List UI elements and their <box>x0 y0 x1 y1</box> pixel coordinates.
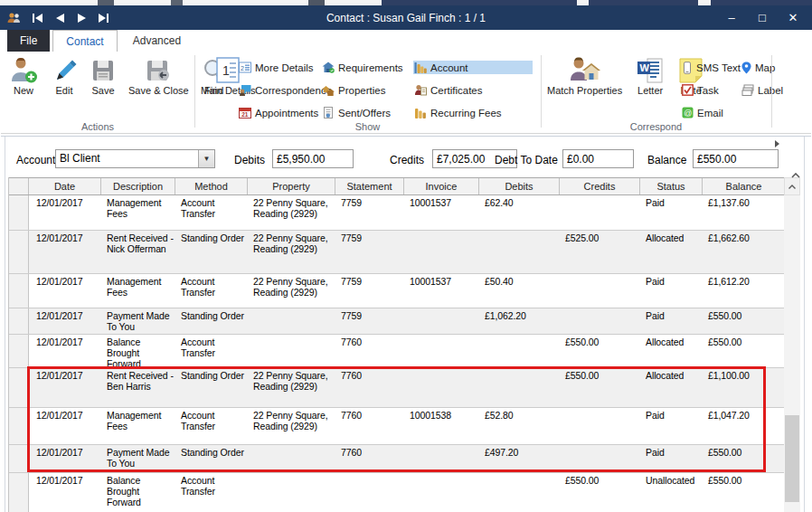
show-item-certificates[interactable]: Certificates <box>413 83 533 97</box>
cell-credits <box>560 308 640 334</box>
show-item-label: Appointments <box>255 108 318 119</box>
contact-window: Contact : Susan Gail Finch : 1 / 1 – □ ✕… <box>0 0 812 512</box>
show-item-label: Certificates <box>430 85 483 96</box>
save-close-button-label: Save & Close <box>128 85 189 97</box>
scrollbar-thumb[interactable] <box>785 415 799 502</box>
cell-date: 12/01/2017 <box>29 368 101 407</box>
row-selector[interactable] <box>9 368 29 407</box>
edit-button[interactable]: Edit <box>48 54 80 98</box>
cell-debits: £50.40 <box>479 274 560 308</box>
debt-to-date-label: Debt To Date <box>495 154 558 166</box>
cell-invoice <box>404 473 479 512</box>
close-button[interactable]: ✕ <box>778 5 808 30</box>
tab-file[interactable]: File <box>7 30 50 52</box>
task-button[interactable]: Task <box>681 83 744 97</box>
show-item-account[interactable]: Account <box>413 61 533 74</box>
column-header-credits[interactable]: Credits <box>560 178 640 194</box>
column-header-description[interactable]: Description <box>101 178 175 194</box>
row-selector[interactable] <box>9 445 29 472</box>
letter-button[interactable]: W Letter <box>634 54 666 98</box>
cell-credits: £525.00 <box>560 231 640 273</box>
column-header-method[interactable]: Method <box>175 178 248 194</box>
show-item-sent-offers[interactable]: Sent/Offers <box>321 106 413 119</box>
previous-record-button[interactable] <box>52 11 68 25</box>
table-row[interactable]: 12/01/2017Management FeesAccount Transfe… <box>9 408 784 445</box>
window-title: Contact : Susan Gail Finch : 1 / 1 <box>0 12 812 24</box>
show-item-label: Sent/Offers <box>338 108 391 119</box>
column-header-debits[interactable]: Debits <box>479 178 560 194</box>
cell-method: Standing Order <box>175 308 248 334</box>
table-row[interactable]: 12/01/2017Balance Brought ForwardAccount… <box>9 335 784 368</box>
table-row[interactable]: 12/01/2017Management FeesAccount Transfe… <box>9 274 784 308</box>
save-button[interactable]: Save <box>88 54 118 98</box>
show-item-recurring-fees[interactable]: Recurring Fees <box>413 106 533 119</box>
word-letter-icon: W <box>637 55 664 85</box>
debits-field[interactable] <box>272 149 354 168</box>
cell-statement: 7760 <box>335 368 404 407</box>
new-button[interactable]: New <box>6 54 41 98</box>
column-header-status[interactable]: Status <box>640 178 703 194</box>
show-item-correspondence[interactable]: Correspondence <box>238 83 321 97</box>
cell-description: Balance Brought Forward <box>101 473 175 512</box>
svg-text:21: 21 <box>241 111 249 118</box>
balance-field[interactable] <box>693 149 779 168</box>
panel-border <box>804 137 805 512</box>
minimize-button[interactable]: – <box>716 5 747 30</box>
table-row[interactable]: 12/01/2017Rent Received - Nick OffermanS… <box>9 231 784 274</box>
vertical-scrollbar[interactable] <box>784 177 800 512</box>
cell-invoice <box>404 231 479 273</box>
column-header-date[interactable]: Date <box>29 178 101 194</box>
collapse-ribbon-button[interactable] <box>786 167 806 183</box>
match-properties-button[interactable]: Match Properties <box>544 54 625 98</box>
ribbon-overflow-arrow[interactable] <box>775 140 779 147</box>
account-icon <box>414 62 427 73</box>
cell-description: Management Fees <box>101 274 175 308</box>
column-header-statement[interactable]: Statement <box>335 178 404 194</box>
cell-property <box>248 445 335 472</box>
row-selector[interactable] <box>9 195 29 230</box>
cell-balance: £1,047.20 <box>703 408 784 444</box>
table-row[interactable]: 12/01/2017Balance Brought ForwardAccount… <box>9 473 784 512</box>
row-selector[interactable] <box>9 335 29 367</box>
label-button[interactable]: Label <box>741 83 787 97</box>
grid-header: DateDescriptionMethodPropertyStatementIn… <box>9 177 784 195</box>
tab-advanced[interactable]: Advanced <box>120 30 194 52</box>
row-selector[interactable] <box>9 473 29 512</box>
next-record-button[interactable] <box>73 11 90 25</box>
first-record-button[interactable] <box>30 11 46 25</box>
column-header-balance[interactable]: Balance <box>703 178 784 194</box>
last-record-button[interactable] <box>95 11 111 25</box>
row-selector[interactable] <box>9 274 29 308</box>
cell-status: Unallocated <box>640 473 703 512</box>
show-item-more-details[interactable]: 2 More Details <box>238 61 321 74</box>
account-select[interactable]: Bl Client ▼ <box>55 149 215 168</box>
row-selector[interactable] <box>9 231 29 273</box>
certificates-icon <box>414 84 427 96</box>
cell-status: Allocated <box>640 335 703 367</box>
requirements-icon <box>322 62 335 73</box>
table-row[interactable]: 12/01/2017Rent Received - Ben HarrisStan… <box>9 368 784 408</box>
table-row[interactable]: 12/01/2017Payment Made To YouStanding Or… <box>9 445 784 473</box>
more-details-icon: 2 <box>239 62 251 73</box>
column-header-property[interactable]: Property <box>248 178 335 194</box>
show-item-properties[interactable]: Properties <box>321 83 413 97</box>
cell-debits: £497.20 <box>479 445 560 472</box>
tab-contact[interactable]: Contact <box>52 30 117 52</box>
show-item-requirements[interactable]: Requirements <box>321 61 413 74</box>
maximize-button[interactable]: □ <box>747 5 778 30</box>
cell-credits <box>560 445 640 472</box>
show-item-appointments[interactable]: 21 Appointments <box>238 106 321 119</box>
cell-balance: £550.00 <box>703 335 784 367</box>
table-row[interactable]: 12/01/2017Management FeesAccount Transfe… <box>9 195 784 231</box>
save-close-button[interactable]: Save & Close <box>126 54 192 98</box>
email-button[interactable]: @ Email <box>681 106 744 119</box>
column-header-invoice[interactable]: Invoice <box>404 178 479 194</box>
debt-to-date-field[interactable] <box>562 149 634 168</box>
map-button[interactable]: Map <box>741 61 787 75</box>
dropdown-arrow-icon[interactable]: ▼ <box>198 150 214 167</box>
row-selector[interactable] <box>9 408 29 444</box>
row-selector[interactable] <box>9 308 29 334</box>
cell-debits: £1,062.20 <box>479 308 560 334</box>
sms-text-button[interactable]: SMS Text <box>681 61 744 75</box>
table-row[interactable]: 12/01/2017Payment Made To YouStanding Or… <box>9 308 784 335</box>
